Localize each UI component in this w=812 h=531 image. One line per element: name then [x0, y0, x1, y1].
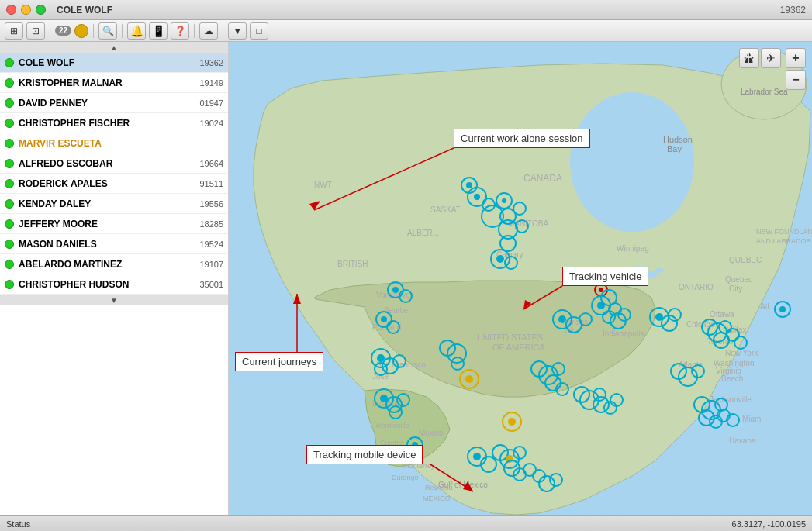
- list-item[interactable]: DAVID PENNEY 01947: [0, 93, 228, 113]
- svg-point-70: [496, 255, 504, 263]
- journeys-arrow: [297, 290, 328, 360]
- scroll-down[interactable]: ▼: [0, 295, 228, 305]
- separator3: [122, 24, 123, 38]
- list-item[interactable]: MASON DANIELS 19524: [0, 234, 228, 254]
- current-journeys-label: Current journeys: [235, 352, 323, 371]
- svg-point-59: [474, 194, 480, 200]
- svg-text:Indianapolis: Indianapolis: [603, 329, 644, 338]
- person-name: CHRISTOPHER HUDSON: [19, 279, 195, 290]
- layout-button[interactable]: ⊡: [26, 22, 45, 40]
- mobile-arrow: [430, 464, 508, 499]
- list-item[interactable]: JEFFERY MOORE 18285: [0, 214, 228, 234]
- person-name: MASON DANIELS: [19, 239, 195, 250]
- svg-text:ALBER...: ALBER...: [407, 229, 439, 237]
- svg-point-78: [381, 316, 387, 322]
- svg-point-73: [599, 288, 603, 292]
- maximize-button[interactable]: [36, 5, 46, 15]
- svg-text:City: City: [729, 284, 742, 293]
- svg-point-93: [473, 453, 481, 460]
- person-name: MARVIR ESCUETA: [19, 138, 219, 149]
- svg-text:Hermosillo: Hermosillo: [376, 422, 409, 429]
- svg-text:ONTARIO: ONTARIO: [679, 283, 714, 291]
- person-list[interactable]: ▲ COLE WOLF 19362 KRISTOPHER MALNAR 1914…: [0, 42, 229, 515]
- person-id: 19024: [199, 119, 223, 128]
- status-dot: [5, 260, 14, 269]
- person-name: JEFFERY MOORE: [19, 219, 195, 229]
- person-id: 18285: [199, 219, 223, 229]
- view-button[interactable]: ⊞: [5, 22, 23, 40]
- separator4: [194, 24, 195, 38]
- map-area[interactable]: Hudson Bay Labrador Sea CANADA UNITED ST…: [229, 42, 812, 515]
- current-journeys-text: Current journeys: [242, 356, 316, 367]
- svg-text:Labrador Sea: Labrador Sea: [741, 88, 788, 96]
- tracking-vehicle-label: Tracking vehicle: [562, 267, 648, 286]
- status-dot: [5, 199, 14, 209]
- titlebar: COLE WOLF 19362: [0, 0, 812, 20]
- coordinates: 63.3127, -100.0195: [732, 519, 806, 529]
- list-item[interactable]: KENDAY DALEY 19556: [0, 194, 228, 214]
- alert-button[interactable]: 🔔: [127, 22, 146, 40]
- status-dot: [5, 219, 14, 229]
- map-type-buttons: 🛣 ✈: [739, 48, 781, 68]
- list-item[interactable]: ABELARDO MARTINEZ 19107: [0, 254, 228, 274]
- svg-text:Durango: Durango: [392, 474, 419, 481]
- svg-text:CANADA: CANADA: [523, 173, 562, 184]
- svg-point-62: [502, 198, 506, 203]
- list-item[interactable]: COLE WOLF 19362: [0, 53, 228, 73]
- satellite-view-button[interactable]: ✈: [761, 48, 781, 68]
- indicator-yellow[interactable]: [74, 24, 88, 38]
- svg-text:AND LABRADOR: AND LABRADOR: [756, 237, 812, 245]
- scroll-up[interactable]: ▲: [0, 42, 228, 53]
- list-item[interactable]: RODERICK APALES 91511: [0, 174, 228, 194]
- window-button[interactable]: □: [250, 22, 268, 40]
- svg-text:Quebec: Quebec: [725, 275, 752, 284]
- list-item[interactable]: MARVIR ESCUETA: [0, 133, 228, 153]
- toolbar: ⊞ ⊡ 22 🔍 🔔 📱 ❓ ☁ ▼ □: [0, 20, 812, 42]
- search-button[interactable]: 🔍: [98, 22, 117, 40]
- list-item[interactable]: CHRISTOPHER HUDSON 35001: [0, 274, 228, 295]
- svg-point-75: [392, 287, 399, 293]
- person-name: CHRISTOPHER FISCHER: [19, 118, 195, 129]
- svg-text:New York: New York: [725, 349, 758, 357]
- filter-button[interactable]: ▼: [228, 22, 247, 40]
- zoom-out-button[interactable]: −: [786, 70, 806, 90]
- svg-point-91: [508, 418, 516, 426]
- status-dot: [5, 98, 14, 108]
- work-alone-text: Current work alone session: [461, 133, 583, 144]
- zoom-in-button[interactable]: +: [786, 48, 806, 68]
- svg-line-158: [523, 286, 562, 309]
- help-button[interactable]: ❓: [171, 22, 189, 40]
- svg-text:Chicago: Chicago: [686, 320, 715, 329]
- mobile-button[interactable]: 📱: [149, 22, 168, 40]
- person-name: ALFREDO ESCOBAR: [19, 158, 195, 169]
- status-dot: [5, 119, 14, 128]
- status-dot: [5, 240, 14, 249]
- status-dot: [5, 139, 14, 148]
- tracking-mobile-text: Tracking mobile device: [313, 449, 416, 460]
- list-item[interactable]: ALFREDO ESCOBAR 19664: [0, 153, 228, 174]
- zoom-controls: + −: [786, 48, 806, 90]
- minimize-button[interactable]: [21, 5, 31, 15]
- svg-text:BRITISH: BRITISH: [337, 260, 368, 268]
- cloud-button[interactable]: ☁: [199, 22, 218, 40]
- svg-text:Mexico: Mexico: [419, 429, 444, 437]
- separator2: [93, 24, 94, 38]
- person-name: DAVID PENNEY: [19, 98, 195, 109]
- statusbar: Status 63.3127, -100.0195: [0, 515, 812, 531]
- person-id: 35001: [199, 280, 223, 289]
- svg-text:OF AMERICA: OF AMERICA: [492, 343, 546, 352]
- road-view-button[interactable]: 🛣: [739, 48, 759, 68]
- person-id: 01947: [199, 98, 223, 108]
- person-id: 19107: [199, 260, 223, 269]
- list-item[interactable]: KRISTOPHER MALNAR 19149: [0, 73, 228, 93]
- svg-point-155: [779, 306, 786, 312]
- svg-marker-159: [523, 300, 531, 309]
- annotation-arrow: [299, 148, 461, 226]
- list-item[interactable]: CHRISTOPHER FISCHER 19024: [0, 113, 228, 133]
- status-label: Status: [6, 519, 30, 529]
- svg-text:Seattle: Seattle: [384, 306, 409, 315]
- window-id: 19362: [780, 5, 806, 16]
- svg-text:Miami: Miami: [742, 415, 763, 423]
- close-button[interactable]: [6, 5, 16, 15]
- svg-point-2: [570, 92, 694, 232]
